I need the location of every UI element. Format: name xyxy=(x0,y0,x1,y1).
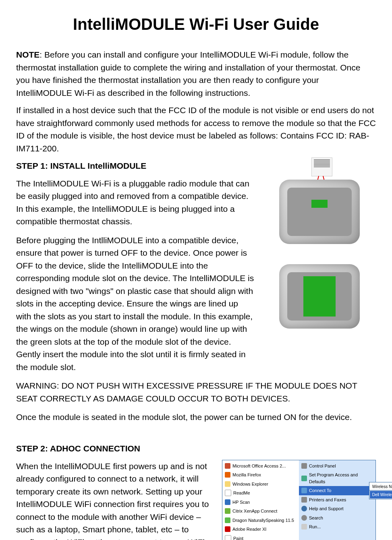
control-panel-icon xyxy=(301,463,307,469)
search-icon xyxy=(301,515,307,521)
step2-heading: STEP 2: ADHOC CONNECTION xyxy=(16,444,140,453)
pdf-icon xyxy=(225,526,230,532)
help-icon xyxy=(301,506,307,511)
step1-heading: STEP 1: INSTALL IntelliMODULE xyxy=(16,161,146,170)
menu-item-search[interactable]: Search xyxy=(299,513,375,523)
module-install-figure-1 xyxy=(279,180,360,252)
windows-start-menu: Microsoft Office Access 2... Mozilla Fir… xyxy=(222,460,376,540)
menu-item-printers[interactable]: Printers and Faxes xyxy=(299,495,375,505)
network-icon xyxy=(301,488,307,493)
step1-paragraph-2: Before plugging the IntlliMODULE into a … xyxy=(16,234,255,374)
menu-item-run[interactable]: Run... xyxy=(299,522,375,532)
module-chip-icon xyxy=(311,157,332,176)
menu-item-citrix[interactable]: Citrix XenApp Connect xyxy=(222,507,299,516)
thermostat-shell-icon xyxy=(279,180,360,244)
menu-item-access[interactable]: Microsoft Office Access 2... xyxy=(222,461,299,471)
programs-icon xyxy=(301,476,307,481)
dragon-icon xyxy=(225,517,230,523)
menu-item-control-panel[interactable]: Control Panel xyxy=(299,461,375,471)
submenu-wlan-card: Dell Wireless 1397 WLAN Mini-Card xyxy=(370,491,392,499)
menu-item-dragon[interactable]: Dragon NaturallySpeaking 11.5 xyxy=(222,516,299,525)
menu-item-readme[interactable]: ReadMe xyxy=(222,488,299,498)
menu-item-connect-to[interactable]: Connect To▸ xyxy=(299,486,375,495)
menu-item-help[interactable]: Help and Support xyxy=(299,504,375,513)
document-title: IntelliMODULE Wi-Fi User Guide xyxy=(16,12,376,36)
module-install-figure-2 xyxy=(279,264,360,337)
paint-icon xyxy=(225,535,231,540)
menu-item-explorer[interactable]: Windows Explorer xyxy=(222,480,299,489)
module-slot-icon xyxy=(303,276,336,317)
step1-paragraph-3: Once the module is seated in the module … xyxy=(16,411,376,424)
step1-paragraph-1: The IntelliMODULE Wi-Fi is a pluggable r… xyxy=(16,177,255,228)
thermostat-shell-icon xyxy=(279,264,360,329)
submenu-wireless[interactable]: Wireless Network Connection xyxy=(370,483,392,490)
menu-item-hpscan[interactable]: HP Scan xyxy=(222,498,299,507)
firefox-icon xyxy=(225,472,230,478)
folder-icon xyxy=(225,481,230,487)
printer-icon xyxy=(301,497,307,503)
note-paragraph: NOTE: Before you can install and configu… xyxy=(16,48,376,99)
citrix-icon xyxy=(225,508,230,514)
menu-item-adobe[interactable]: Adobe Reader XI xyxy=(222,525,299,534)
start-menu-left-column: Microsoft Office Access 2... Mozilla Fir… xyxy=(222,460,299,540)
note-text: : Before you can install and configure y… xyxy=(16,50,360,97)
module-slot-icon xyxy=(311,200,328,208)
menu-item-firefox[interactable]: Mozilla Firefox xyxy=(222,470,299,480)
menu-item-set-programs[interactable]: Set Program Access and Defaults xyxy=(299,470,375,486)
access-icon xyxy=(225,463,230,469)
hp-icon xyxy=(225,499,230,505)
note-label: NOTE xyxy=(16,50,39,59)
step1-warning: WARNING: DO NOT PUSH WITH EXCESSIVE PRES… xyxy=(16,379,376,405)
start-menu-right-column: Control Panel Set Program Access and Def… xyxy=(299,460,375,540)
text-icon xyxy=(225,490,231,496)
step2-paragraph-1: When the IntelliMODULE first powers up a… xyxy=(16,460,242,540)
run-icon xyxy=(301,524,307,530)
fcc-paragraph: If installed in a host device such that … xyxy=(16,104,376,155)
menu-item-paint[interactable]: Paint xyxy=(222,534,299,540)
wlan-tooltip: Dell Wireless 1397 WLAN Mini-Card xyxy=(369,490,392,499)
